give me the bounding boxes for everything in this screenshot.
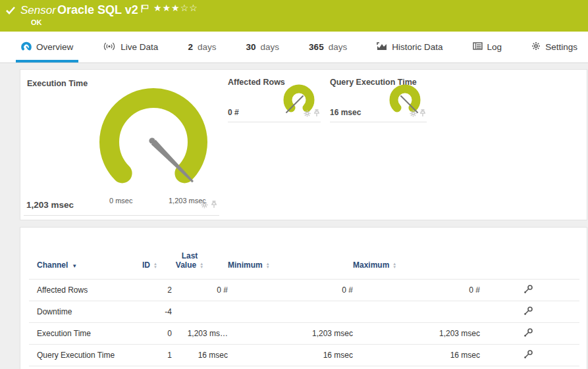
sort-icon: ▲▼	[153, 262, 157, 269]
sensor-header: Sensor Oracle SQL v2 ★★★☆☆ OK	[0, 0, 588, 32]
channel-last-value: 0 #	[172, 280, 228, 301]
channel-id: 1	[142, 345, 172, 366]
historic-data-icon	[377, 42, 387, 53]
gauges-panel: Execution Time 0 msec 1,203 msec 1,203 m…	[20, 69, 587, 220]
gauge-tile-affected-rows: Affected Rows 0 #	[228, 74, 321, 122]
tab-log[interactable]: Log	[468, 32, 508, 62]
sort-icon: ▲▼	[392, 262, 396, 269]
channel-settings-icon[interactable]	[523, 331, 533, 340]
sort-desc-icon: ▼	[72, 263, 77, 269]
priority-stars[interactable]: ★★★☆☆	[153, 3, 198, 13]
sensor-title: Oracle SQL v2	[57, 3, 138, 17]
channel-maximum: 1,203 msec	[353, 323, 480, 345]
channels-panel: Channel▼ ID▲▼ Last Value▲▼ Minimum▲▼ Max…	[20, 227, 587, 369]
channel-name[interactable]: Downtime	[29, 301, 142, 323]
column-header-channel[interactable]: Channel▼	[29, 245, 142, 280]
column-header-id[interactable]: ID▲▼	[142, 245, 172, 280]
channel-maximum: 0 #	[353, 280, 480, 301]
channel-last-value	[172, 301, 228, 323]
sensor-status-badge: OK	[31, 18, 42, 26]
live-data-icon	[103, 42, 116, 53]
channel-settings-icon[interactable]	[523, 287, 533, 297]
channel-maximum	[353, 301, 480, 323]
tile-pin-icon[interactable]	[419, 108, 426, 120]
execution-time-gauge	[91, 83, 216, 208]
tab-bar: Overview Live Data 2 days 30 days 365 da…	[0, 32, 588, 63]
channel-name[interactable]: Affected Rows	[29, 280, 142, 301]
column-header-minimum[interactable]: Minimum▲▼	[228, 245, 353, 280]
tile-gear-icon[interactable]	[201, 199, 208, 211]
log-icon	[473, 42, 483, 52]
gauge-value: 1,203 msec	[26, 200, 74, 210]
column-header-maximum[interactable]: Maximum▲▼	[353, 245, 480, 280]
channel-minimum: 16 msec	[228, 345, 353, 366]
tab-365-days[interactable]: 365 days	[304, 32, 352, 62]
tile-gear-icon[interactable]	[304, 108, 311, 120]
channel-last-value: 16 msec	[172, 345, 228, 366]
gauge-title: Execution Time	[27, 79, 88, 88]
channel-id: 0	[142, 323, 172, 345]
sort-icon: ▲▼	[266, 262, 270, 269]
tile-gear-icon[interactable]	[410, 108, 417, 120]
table-row: Execution Time 0 1,203 ms… 1,203 msec 1,…	[29, 323, 579, 345]
object-kind-label: Sensor	[20, 4, 56, 17]
channel-last-value: 1,203 ms…	[172, 323, 228, 345]
channel-id: 2	[142, 280, 172, 301]
prtg-sensor-page: Sensor Oracle SQL v2 ★★★☆☆ OK Overview	[0, 0, 588, 369]
channel-name[interactable]: Query Execution Time	[29, 345, 142, 366]
tile-pin-icon[interactable]	[313, 108, 320, 120]
table-row: Affected Rows 2 0 # 0 # 0 #	[29, 280, 579, 301]
channel-minimum	[228, 301, 353, 323]
gauge-scale-min: 0 msec	[109, 197, 132, 205]
gauge-value: 0 #	[228, 108, 239, 117]
tab-30-days[interactable]: 30 days	[241, 32, 285, 62]
tab-2-days[interactable]: 2 days	[182, 32, 221, 62]
channel-maximum: 16 msec	[353, 345, 480, 366]
table-row: Query Execution Time 1 16 msec 16 msec 1…	[29, 345, 579, 366]
flag-icon[interactable]	[141, 4, 149, 16]
status-check-icon	[5, 5, 16, 18]
gauge-icon	[21, 41, 32, 53]
gauge-tile-query-execution-time: Query Execution Time 16 msec	[330, 74, 427, 122]
channel-name[interactable]: Execution Time	[29, 323, 142, 345]
channel-settings-icon[interactable]	[523, 309, 533, 318]
table-row: Downtime -4	[29, 301, 579, 323]
column-header-last-value[interactable]: Last Value▲▼	[172, 245, 228, 280]
channels-table: Channel▼ ID▲▼ Last Value▲▼ Minimum▲▼ Max…	[29, 245, 579, 366]
tile-pin-icon[interactable]	[211, 199, 217, 211]
tab-historic-data[interactable]: Historic Data	[371, 32, 448, 62]
channel-id: -4	[142, 301, 172, 323]
tab-overview[interactable]: Overview	[16, 32, 78, 62]
sort-icon: ▲▼	[200, 262, 203, 269]
tab-settings[interactable]: Settings	[526, 32, 583, 62]
channel-minimum: 0 #	[228, 280, 353, 301]
gauge-title: Affected Rows	[228, 78, 285, 87]
channel-minimum: 1,203 msec	[228, 323, 353, 345]
channel-settings-icon[interactable]	[523, 353, 533, 362]
gauge-tile-execution-time: Execution Time 0 msec 1,203 msec 1,203 m…	[24, 74, 219, 216]
gauge-value: 16 msec	[330, 108, 361, 117]
gear-icon	[531, 41, 541, 53]
tab-live-data[interactable]: Live Data	[97, 32, 163, 62]
